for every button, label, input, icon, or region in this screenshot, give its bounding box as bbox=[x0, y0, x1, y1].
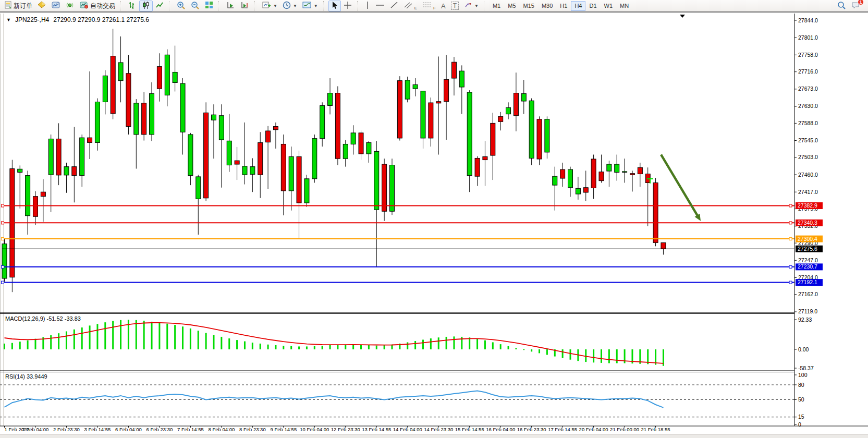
new-order-button[interactable]: 新订单 bbox=[2, 1, 35, 11]
candle-bull bbox=[250, 167, 255, 175]
price-label: 27545.0 bbox=[798, 137, 818, 143]
horizontal-line-tool-button[interactable] bbox=[373, 1, 387, 11]
time-label: 14 Feb 23:30 bbox=[424, 427, 453, 432]
macd-histogram-bar bbox=[205, 333, 207, 349]
bar-chart-button[interactable] bbox=[126, 1, 139, 11]
candle-bear bbox=[273, 127, 278, 130]
candle-bull bbox=[459, 71, 464, 87]
timeframe-h1-button[interactable]: H1 bbox=[556, 1, 571, 11]
timeframe-m5-button[interactable]: M5 bbox=[504, 1, 519, 11]
candle-bear bbox=[359, 133, 363, 154]
line-chart-button[interactable] bbox=[153, 1, 166, 11]
arrows-tool-button[interactable]: ▼ bbox=[461, 1, 481, 11]
zoom-out-icon bbox=[191, 1, 200, 11]
search-icon[interactable] bbox=[837, 1, 846, 11]
time-label: 6 Feb 04:00 bbox=[115, 427, 142, 432]
line-handle bbox=[2, 222, 4, 224]
chart-dropdown-arrow-icon[interactable] bbox=[680, 15, 685, 18]
timeframe-mn-button[interactable]: MN bbox=[616, 1, 632, 11]
macd-histogram-bar bbox=[422, 339, 424, 349]
fibonacci-tool-button[interactable]: F bbox=[420, 1, 438, 11]
macd-histogram-bar bbox=[570, 349, 571, 360]
time-label: 2 Feb 23:30 bbox=[53, 427, 80, 432]
candle-bear bbox=[429, 103, 433, 138]
candle-bull bbox=[242, 166, 247, 175]
macd-histogram-bar bbox=[562, 349, 564, 358]
timeframe-w1-button[interactable]: W1 bbox=[601, 1, 617, 11]
cursor-tool-button[interactable] bbox=[328, 1, 341, 11]
macd-histogram-bar bbox=[593, 349, 594, 362]
trendline-tool-button[interactable] bbox=[387, 1, 401, 11]
line-chart-icon bbox=[155, 1, 164, 11]
candle-bull bbox=[506, 107, 511, 114]
candle-bull bbox=[374, 151, 379, 210]
macd-histogram-bar bbox=[58, 333, 59, 349]
zoom-out-button[interactable] bbox=[188, 1, 202, 11]
zoom-in-button[interactable] bbox=[174, 1, 188, 11]
timeframe-h4-button[interactable]: H4 bbox=[571, 1, 585, 11]
market-watch-button[interactable] bbox=[35, 1, 49, 11]
new-order-label: 新订单 bbox=[14, 2, 32, 10]
macd-histogram-bar bbox=[136, 320, 137, 349]
signals-button[interactable] bbox=[63, 1, 77, 11]
terminal-button[interactable] bbox=[49, 1, 63, 11]
candle-bull bbox=[615, 164, 619, 172]
channel-tool-button[interactable]: E bbox=[401, 1, 420, 11]
candle-bear bbox=[444, 79, 449, 101]
toolbar-separator bbox=[357, 1, 360, 10]
auto-scroll-button[interactable] bbox=[224, 1, 238, 11]
chart-shift-button[interactable] bbox=[238, 1, 252, 11]
macd-histogram-bar bbox=[112, 321, 114, 349]
macd-histogram-bar bbox=[430, 338, 432, 349]
rsi-scale-label: 100 bbox=[798, 372, 808, 378]
macd-histogram-bar bbox=[376, 346, 377, 349]
candle-bull bbox=[343, 144, 348, 159]
candle-bear bbox=[382, 164, 387, 211]
new-order-icon bbox=[4, 1, 12, 10]
candle-bear bbox=[126, 74, 131, 127]
candle-bear bbox=[653, 182, 658, 242]
candle-bull bbox=[118, 63, 123, 81]
templates-button[interactable]: ▼ bbox=[300, 1, 321, 11]
macd-histogram-bar bbox=[74, 330, 75, 349]
chart-canvas[interactable]: 27844.027801.027758.027716.027673.027630… bbox=[0, 14, 868, 438]
vertical-line-tool-button[interactable] bbox=[362, 1, 373, 11]
chart-title-collapse-icon[interactable]: ▼ bbox=[6, 17, 11, 22]
trendline-icon bbox=[390, 1, 398, 11]
candle-bear bbox=[638, 167, 642, 174]
candle-bear bbox=[514, 93, 518, 116]
periods-button[interactable]: ▼ bbox=[280, 1, 300, 11]
price-label: 27630.0 bbox=[798, 103, 818, 109]
candlestick-chart-button[interactable] bbox=[139, 1, 153, 11]
timeframe-m1-button[interactable]: M1 bbox=[489, 1, 504, 11]
new-chart-button[interactable]: ▼ bbox=[260, 1, 280, 11]
time-label: 20 Feb 04:00 bbox=[579, 427, 608, 432]
auto-trading-button[interactable]: 自动交易 bbox=[77, 1, 118, 11]
candle-bull bbox=[521, 93, 526, 101]
time-label: 16 Feb 23:30 bbox=[517, 427, 546, 432]
annotation-arrow[interactable] bbox=[661, 155, 699, 217]
candle-bear bbox=[157, 67, 162, 89]
time-label: 13 Feb 14:55 bbox=[362, 427, 391, 432]
toolbar-separator bbox=[254, 1, 257, 10]
text-label-tool-button[interactable]: T bbox=[448, 1, 461, 11]
chevron-down-icon: ▼ bbox=[273, 4, 277, 8]
timeframe-m30-button[interactable]: M30 bbox=[538, 1, 556, 11]
price-label: 27716.0 bbox=[798, 68, 818, 75]
macd-histogram-bar bbox=[484, 340, 486, 349]
macd-histogram-bar bbox=[337, 345, 338, 349]
candle-bull bbox=[48, 139, 53, 175]
macd-histogram-bar bbox=[384, 345, 385, 349]
text-tool-button[interactable]: A bbox=[438, 1, 448, 11]
timeframe-m15-button[interactable]: M15 bbox=[520, 1, 538, 11]
rsi-scale-label: 80 bbox=[798, 382, 804, 388]
notifications-icon[interactable]: 1 bbox=[851, 1, 861, 11]
timeframe-d1-button[interactable]: D1 bbox=[585, 1, 600, 11]
macd-histogram-bar bbox=[608, 349, 610, 363]
macd-scale-label: 92.33 bbox=[798, 317, 812, 323]
crosshair-tool-button[interactable] bbox=[341, 1, 354, 11]
macd-histogram-bar bbox=[322, 346, 323, 349]
tile-windows-button[interactable] bbox=[202, 1, 216, 11]
macd-histogram-bar bbox=[290, 346, 292, 349]
macd-histogram-bar bbox=[198, 331, 199, 349]
